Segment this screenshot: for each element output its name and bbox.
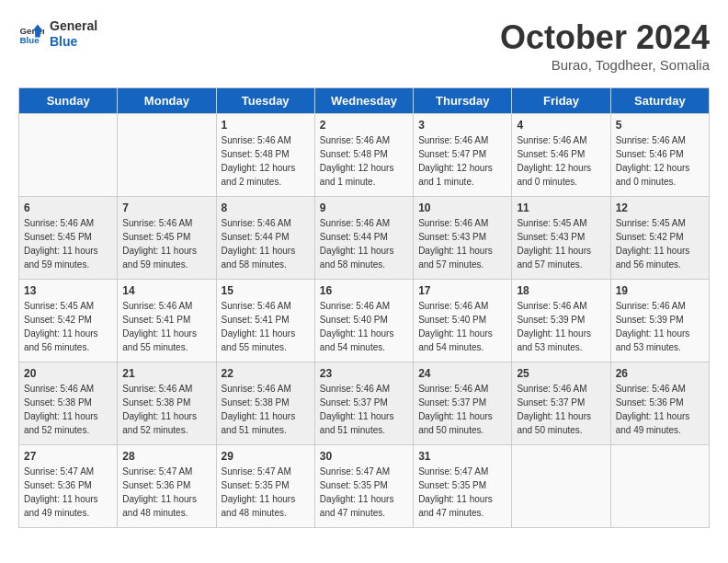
day-number: 7: [122, 201, 210, 214]
calendar-week-row: 20Sunrise: 5:46 AM Sunset: 5:38 PM Dayli…: [19, 362, 710, 445]
day-info: Sunrise: 5:47 AM Sunset: 5:36 PM Dayligh…: [122, 465, 210, 520]
days-of-week-row: SundayMondayTuesdayWednesdayThursdayFrid…: [19, 88, 710, 114]
day-info: Sunrise: 5:47 AM Sunset: 5:35 PM Dayligh…: [222, 465, 310, 520]
calendar-cell: 17Sunrise: 5:46 AM Sunset: 5:40 PM Dayli…: [414, 280, 512, 362]
calendar-cell: 28Sunrise: 5:47 AM Sunset: 5:36 PM Dayli…: [118, 445, 216, 528]
day-number: 9: [320, 201, 408, 214]
day-number: 14: [122, 284, 210, 297]
calendar-cell: 24Sunrise: 5:46 AM Sunset: 5:37 PM Dayli…: [414, 362, 512, 445]
day-number: 3: [418, 119, 506, 132]
calendar-cell: [512, 445, 610, 528]
day-of-week-header: Sunday: [19, 88, 118, 114]
calendar-cell: 14Sunrise: 5:46 AM Sunset: 5:41 PM Dayli…: [118, 280, 216, 362]
day-info: Sunrise: 5:47 AM Sunset: 5:35 PM Dayligh…: [320, 465, 408, 520]
calendar-cell: 3Sunrise: 5:46 AM Sunset: 5:47 PM Daylig…: [414, 114, 512, 197]
day-info: Sunrise: 5:46 AM Sunset: 5:38 PM Dayligh…: [222, 382, 310, 437]
day-number: 28: [122, 450, 210, 463]
day-info: Sunrise: 5:46 AM Sunset: 5:41 PM Dayligh…: [122, 299, 210, 354]
calendar-week-row: 6Sunrise: 5:46 AM Sunset: 5:45 PM Daylig…: [19, 197, 710, 280]
calendar-body: 1Sunrise: 5:46 AM Sunset: 5:48 PM Daylig…: [19, 114, 710, 528]
calendar-cell: 7Sunrise: 5:46 AM Sunset: 5:45 PM Daylig…: [118, 197, 216, 280]
calendar-cell: 12Sunrise: 5:45 AM Sunset: 5:42 PM Dayli…: [610, 197, 709, 280]
calendar-cell: 31Sunrise: 5:47 AM Sunset: 5:35 PM Dayli…: [414, 445, 512, 528]
day-of-week-header: Friday: [512, 88, 610, 114]
day-number: 1: [222, 119, 310, 132]
calendar-cell: 23Sunrise: 5:46 AM Sunset: 5:37 PM Dayli…: [314, 362, 413, 445]
calendar-cell: 30Sunrise: 5:47 AM Sunset: 5:35 PM Dayli…: [314, 445, 413, 528]
day-of-week-header: Monday: [118, 88, 216, 114]
calendar-cell: 13Sunrise: 5:45 AM Sunset: 5:42 PM Dayli…: [19, 280, 118, 362]
day-of-week-header: Saturday: [610, 88, 709, 114]
title-block: October 2024 Burao, Togdheer, Somalia: [500, 18, 710, 73]
day-info: Sunrise: 5:46 AM Sunset: 5:38 PM Dayligh…: [122, 382, 210, 437]
day-number: 4: [517, 119, 605, 132]
day-number: 29: [222, 450, 310, 463]
day-number: 18: [517, 284, 605, 297]
month-title: October 2024: [500, 18, 710, 57]
day-of-week-header: Thursday: [414, 88, 512, 114]
day-number: 10: [418, 201, 506, 214]
day-info: Sunrise: 5:46 AM Sunset: 5:44 PM Dayligh…: [320, 216, 408, 271]
day-info: Sunrise: 5:47 AM Sunset: 5:36 PM Dayligh…: [24, 465, 112, 520]
day-info: Sunrise: 5:46 AM Sunset: 5:47 PM Dayligh…: [418, 133, 506, 189]
calendar-week-row: 27Sunrise: 5:47 AM Sunset: 5:36 PM Dayli…: [19, 445, 710, 528]
calendar-cell: 5Sunrise: 5:46 AM Sunset: 5:46 PM Daylig…: [610, 114, 709, 197]
day-info: Sunrise: 5:46 AM Sunset: 5:39 PM Dayligh…: [517, 299, 605, 354]
day-info: Sunrise: 5:46 AM Sunset: 5:48 PM Dayligh…: [320, 133, 408, 189]
day-of-week-header: Tuesday: [216, 88, 314, 114]
logo-icon: General Blue: [18, 21, 44, 47]
day-info: Sunrise: 5:46 AM Sunset: 5:46 PM Dayligh…: [517, 133, 605, 189]
day-info: Sunrise: 5:46 AM Sunset: 5:45 PM Dayligh…: [24, 216, 112, 271]
day-info: Sunrise: 5:46 AM Sunset: 5:48 PM Dayligh…: [222, 133, 310, 189]
day-info: Sunrise: 5:46 AM Sunset: 5:41 PM Dayligh…: [222, 299, 310, 354]
page-header: General Blue General Blue October 2024 B…: [18, 18, 710, 73]
calendar-cell: 16Sunrise: 5:46 AM Sunset: 5:40 PM Dayli…: [314, 280, 413, 362]
day-info: Sunrise: 5:46 AM Sunset: 5:44 PM Dayligh…: [222, 216, 310, 271]
calendar-cell: 22Sunrise: 5:46 AM Sunset: 5:38 PM Dayli…: [216, 362, 314, 445]
day-info: Sunrise: 5:46 AM Sunset: 5:37 PM Dayligh…: [517, 382, 605, 437]
calendar-cell: 4Sunrise: 5:46 AM Sunset: 5:46 PM Daylig…: [512, 114, 610, 197]
day-info: Sunrise: 5:46 AM Sunset: 5:45 PM Dayligh…: [122, 216, 210, 271]
day-number: 2: [320, 119, 408, 132]
day-number: 8: [222, 201, 310, 214]
day-info: Sunrise: 5:45 AM Sunset: 5:42 PM Dayligh…: [24, 299, 112, 354]
day-info: Sunrise: 5:46 AM Sunset: 5:37 PM Dayligh…: [418, 382, 506, 437]
logo-text-blue: Blue: [50, 34, 97, 50]
calendar-cell: 1Sunrise: 5:46 AM Sunset: 5:48 PM Daylig…: [216, 114, 314, 197]
calendar-table: SundayMondayTuesdayWednesdayThursdayFrid…: [18, 87, 710, 528]
location-subtitle: Burao, Togdheer, Somalia: [500, 57, 710, 73]
calendar-cell: 27Sunrise: 5:47 AM Sunset: 5:36 PM Dayli…: [19, 445, 118, 528]
calendar-cell: 15Sunrise: 5:46 AM Sunset: 5:41 PM Dayli…: [216, 280, 314, 362]
day-number: 19: [616, 284, 704, 297]
day-info: Sunrise: 5:45 AM Sunset: 5:42 PM Dayligh…: [616, 216, 704, 271]
calendar-header: SundayMondayTuesdayWednesdayThursdayFrid…: [19, 88, 710, 114]
day-info: Sunrise: 5:45 AM Sunset: 5:43 PM Dayligh…: [517, 216, 605, 271]
day-number: 12: [616, 201, 704, 214]
calendar-cell: 29Sunrise: 5:47 AM Sunset: 5:35 PM Dayli…: [216, 445, 314, 528]
logo: General Blue General Blue: [18, 18, 97, 50]
calendar-cell: 19Sunrise: 5:46 AM Sunset: 5:39 PM Dayli…: [610, 280, 709, 362]
day-number: 25: [517, 367, 605, 380]
calendar-cell: 11Sunrise: 5:45 AM Sunset: 5:43 PM Dayli…: [512, 197, 610, 280]
day-number: 27: [24, 450, 112, 463]
day-number: 13: [24, 284, 112, 297]
calendar-cell: 2Sunrise: 5:46 AM Sunset: 5:48 PM Daylig…: [314, 114, 413, 197]
day-number: 11: [517, 201, 605, 214]
calendar-cell: 21Sunrise: 5:46 AM Sunset: 5:38 PM Dayli…: [118, 362, 216, 445]
day-number: 30: [320, 450, 408, 463]
day-of-week-header: Wednesday: [314, 88, 413, 114]
day-info: Sunrise: 5:46 AM Sunset: 5:40 PM Dayligh…: [418, 299, 506, 354]
calendar-week-row: 13Sunrise: 5:45 AM Sunset: 5:42 PM Dayli…: [19, 280, 710, 362]
calendar-cell: 18Sunrise: 5:46 AM Sunset: 5:39 PM Dayli…: [512, 280, 610, 362]
day-info: Sunrise: 5:46 AM Sunset: 5:38 PM Dayligh…: [24, 382, 112, 437]
day-number: 31: [418, 450, 506, 463]
calendar-cell: 8Sunrise: 5:46 AM Sunset: 5:44 PM Daylig…: [216, 197, 314, 280]
day-number: 17: [418, 284, 506, 297]
day-number: 16: [320, 284, 408, 297]
calendar-cell: 10Sunrise: 5:46 AM Sunset: 5:43 PM Dayli…: [414, 197, 512, 280]
day-number: 5: [616, 119, 704, 132]
day-info: Sunrise: 5:46 AM Sunset: 5:46 PM Dayligh…: [616, 133, 704, 189]
day-number: 21: [122, 367, 210, 380]
calendar-week-row: 1Sunrise: 5:46 AM Sunset: 5:48 PM Daylig…: [19, 114, 710, 197]
day-number: 22: [222, 367, 310, 380]
